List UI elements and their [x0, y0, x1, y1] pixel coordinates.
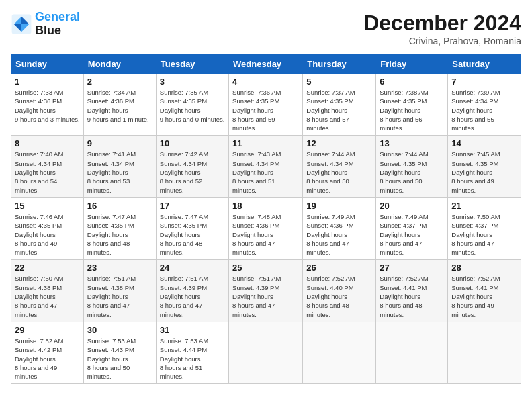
calendar-cell: 11 Sunrise: 7:43 AMSunset: 4:34 PMDaylig…	[229, 136, 303, 197]
calendar-cell: 28 Sunrise: 7:52 AMSunset: 4:41 PMDaylig…	[448, 260, 521, 322]
day-detail: Sunrise: 7:43 AMSunset: 4:34 PMDaylight …	[232, 150, 299, 194]
week-row-4: 22 Sunrise: 7:50 AMSunset: 4:38 PMDaylig…	[11, 260, 521, 322]
day-number: 2	[87, 77, 152, 87]
day-detail: Sunrise: 7:46 AMSunset: 4:35 PMDaylight …	[15, 212, 80, 257]
calendar-cell: 25 Sunrise: 7:51 AMSunset: 4:39 PMDaylig…	[229, 260, 303, 322]
day-number: 13	[380, 138, 444, 148]
day-detail: Sunrise: 7:51 AMSunset: 4:39 PMDaylight …	[160, 274, 225, 318]
day-detail: Sunrise: 7:52 AMSunset: 4:41 PMDaylight …	[380, 274, 444, 318]
calendar-cell: 14 Sunrise: 7:45 AMSunset: 4:35 PMDaylig…	[448, 136, 521, 197]
week-row-5: 29 Sunrise: 7:52 AMSunset: 4:42 PMDaylig…	[11, 322, 521, 383]
calendar-cell: 4 Sunrise: 7:36 AMSunset: 4:35 PMDayligh…	[229, 74, 303, 136]
calendar-cell: 22 Sunrise: 7:50 AMSunset: 4:38 PMDaylig…	[11, 260, 84, 322]
day-number: 3	[160, 77, 225, 87]
day-detail: Sunrise: 7:47 AMSunset: 4:35 PMDaylight …	[87, 212, 152, 257]
calendar-cell	[448, 322, 521, 383]
day-detail: Sunrise: 7:41 AMSunset: 4:34 PMDaylight …	[87, 150, 152, 194]
day-number: 31	[160, 325, 225, 335]
day-number: 21	[451, 201, 517, 211]
day-detail: Sunrise: 7:38 AMSunset: 4:35 PMDaylight …	[380, 88, 444, 132]
day-detail: Sunrise: 7:49 AMSunset: 4:37 PMDaylight …	[380, 212, 444, 257]
calendar-cell: 17 Sunrise: 7:47 AMSunset: 4:35 PMDaylig…	[156, 197, 228, 259]
day-detail: Sunrise: 7:52 AMSunset: 4:40 PMDaylight …	[306, 274, 372, 318]
day-detail: Sunrise: 7:42 AMSunset: 4:34 PMDaylight …	[160, 150, 225, 194]
week-row-2: 8 Sunrise: 7:40 AMSunset: 4:34 PMDayligh…	[11, 136, 521, 197]
day-detail: Sunrise: 7:53 AMSunset: 4:44 PMDaylight …	[160, 336, 225, 381]
calendar-cell: 13 Sunrise: 7:44 AMSunset: 4:35 PMDaylig…	[376, 136, 448, 197]
calendar-cell: 2 Sunrise: 7:34 AMSunset: 4:36 PMDayligh…	[83, 74, 156, 136]
day-detail: Sunrise: 7:45 AMSunset: 4:35 PMDaylight …	[451, 150, 517, 194]
calendar-cell: 23 Sunrise: 7:51 AMSunset: 4:38 PMDaylig…	[83, 260, 156, 322]
calendar-cell: 31 Sunrise: 7:53 AMSunset: 4:44 PMDaylig…	[156, 322, 228, 383]
day-number: 10	[160, 138, 225, 148]
calendar-cell: 21 Sunrise: 7:50 AMSunset: 4:37 PMDaylig…	[448, 197, 521, 259]
calendar-cell: 30 Sunrise: 7:53 AMSunset: 4:43 PMDaylig…	[83, 322, 156, 383]
day-number: 14	[451, 138, 517, 148]
calendar-cell	[376, 322, 448, 383]
day-detail: Sunrise: 7:49 AMSunset: 4:36 PMDaylight …	[306, 212, 372, 257]
day-detail: Sunrise: 7:52 AMSunset: 4:41 PMDaylight …	[451, 274, 517, 318]
day-number: 19	[306, 201, 372, 211]
day-number: 7	[451, 77, 517, 87]
calendar-cell: 1 Sunrise: 7:33 AMSunset: 4:36 PMDayligh…	[11, 74, 84, 136]
calendar-cell: 29 Sunrise: 7:52 AMSunset: 4:42 PMDaylig…	[11, 322, 84, 383]
day-header-thursday: Thursday	[303, 55, 376, 74]
day-number: 6	[380, 77, 444, 87]
day-number: 4	[232, 77, 299, 87]
day-detail: Sunrise: 7:36 AMSunset: 4:35 PMDaylight …	[232, 88, 299, 132]
location-subtitle: Crivina, Prahova, Romania	[363, 36, 521, 46]
day-number: 1	[15, 77, 80, 87]
day-number: 23	[87, 263, 152, 273]
title-area: December 2024 Crivina, Prahova, Romania	[363, 11, 521, 46]
day-detail: Sunrise: 7:52 AMSunset: 4:42 PMDaylight …	[15, 336, 80, 381]
logo: General Blue	[11, 11, 80, 38]
day-number: 22	[15, 263, 80, 273]
day-detail: Sunrise: 7:34 AMSunset: 4:36 PMDaylight …	[87, 88, 152, 124]
calendar-cell: 12 Sunrise: 7:44 AMSunset: 4:34 PMDaylig…	[303, 136, 376, 197]
day-number: 26	[306, 263, 372, 273]
day-number: 24	[160, 263, 225, 273]
calendar-cell: 10 Sunrise: 7:42 AMSunset: 4:34 PMDaylig…	[156, 136, 228, 197]
day-detail: Sunrise: 7:50 AMSunset: 4:38 PMDaylight …	[15, 274, 80, 318]
week-row-1: 1 Sunrise: 7:33 AMSunset: 4:36 PMDayligh…	[11, 74, 521, 136]
page-header: General Blue December 2024 Crivina, Prah…	[11, 11, 521, 46]
calendar-cell: 20 Sunrise: 7:49 AMSunset: 4:37 PMDaylig…	[376, 197, 448, 259]
calendar-cell: 19 Sunrise: 7:49 AMSunset: 4:36 PMDaylig…	[303, 197, 376, 259]
day-number: 18	[232, 201, 299, 211]
day-number: 27	[380, 263, 444, 273]
day-detail: Sunrise: 7:50 AMSunset: 4:37 PMDaylight …	[451, 212, 517, 257]
calendar-cell: 27 Sunrise: 7:52 AMSunset: 4:41 PMDaylig…	[376, 260, 448, 322]
day-detail: Sunrise: 7:44 AMSunset: 4:35 PMDaylight …	[380, 150, 444, 194]
calendar-cell: 26 Sunrise: 7:52 AMSunset: 4:40 PMDaylig…	[303, 260, 376, 322]
day-number: 12	[306, 138, 372, 148]
day-number: 15	[15, 201, 80, 211]
calendar-cell: 7 Sunrise: 7:39 AMSunset: 4:34 PMDayligh…	[448, 74, 521, 136]
day-detail: Sunrise: 7:51 AMSunset: 4:38 PMDaylight …	[87, 274, 152, 318]
day-number: 28	[451, 263, 517, 273]
day-number: 29	[15, 325, 80, 335]
day-header-friday: Friday	[376, 55, 448, 74]
day-detail: Sunrise: 7:47 AMSunset: 4:35 PMDaylight …	[160, 212, 225, 257]
day-header-tuesday: Tuesday	[156, 55, 228, 74]
day-detail: Sunrise: 7:37 AMSunset: 4:35 PMDaylight …	[306, 88, 372, 132]
day-number: 30	[87, 325, 152, 335]
day-detail: Sunrise: 7:48 AMSunset: 4:36 PMDaylight …	[232, 212, 299, 257]
day-detail: Sunrise: 7:53 AMSunset: 4:43 PMDaylight …	[87, 336, 152, 381]
calendar-cell: 8 Sunrise: 7:40 AMSunset: 4:34 PMDayligh…	[11, 136, 84, 197]
calendar-cell: 5 Sunrise: 7:37 AMSunset: 4:35 PMDayligh…	[303, 74, 376, 136]
calendar-cell: 6 Sunrise: 7:38 AMSunset: 4:35 PMDayligh…	[376, 74, 448, 136]
day-number: 20	[380, 201, 444, 211]
calendar-header-row: SundayMondayTuesdayWednesdayThursdayFrid…	[11, 55, 521, 74]
day-detail: Sunrise: 7:51 AMSunset: 4:39 PMDaylight …	[232, 274, 299, 318]
calendar-cell	[303, 322, 376, 383]
day-header-monday: Monday	[83, 55, 156, 74]
day-number: 11	[232, 138, 299, 148]
day-number: 9	[87, 138, 152, 148]
month-title: December 2024	[363, 11, 521, 36]
calendar-cell: 15 Sunrise: 7:46 AMSunset: 4:35 PMDaylig…	[11, 197, 84, 259]
day-header-sunday: Sunday	[11, 55, 84, 74]
calendar-cell: 3 Sunrise: 7:35 AMSunset: 4:35 PMDayligh…	[156, 74, 228, 136]
calendar-cell	[229, 322, 303, 383]
day-header-wednesday: Wednesday	[229, 55, 303, 74]
logo-icon	[11, 13, 32, 35]
